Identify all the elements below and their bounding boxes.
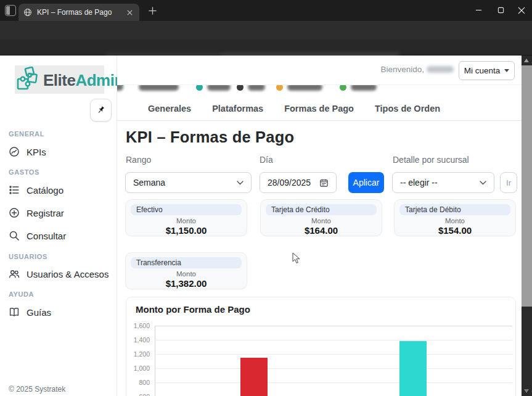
pushpin-icon xyxy=(94,104,107,117)
kpi-card-efectivo: Efectivo Monto $1,150.00 xyxy=(125,199,247,236)
card-value: $164.00 xyxy=(261,225,382,236)
book-icon xyxy=(9,307,20,318)
chart-gridline xyxy=(155,340,512,340)
dia-date-input[interactable]: 28/09/2025 xyxy=(260,172,337,193)
puzzle-logo-icon xyxy=(16,67,42,94)
tab-close-icon[interactable] xyxy=(125,7,134,17)
card-metric-label: Monto xyxy=(395,217,515,225)
sidebar-section-usuarios: USUARIOS xyxy=(9,253,47,260)
sidebar-item-label: Registrar xyxy=(27,208,64,218)
sidebar-item-label: KPIs xyxy=(27,147,46,157)
kpi-card-tarjeta-credito: Tarjeta de Crédito Monto $164.00 xyxy=(260,199,382,236)
minimize-button[interactable] xyxy=(467,0,489,20)
card-value: $154.00 xyxy=(395,225,515,236)
ir-button[interactable]: Ir xyxy=(500,172,517,193)
scrollbar-thumb[interactable] xyxy=(522,65,532,307)
rango-select[interactable]: Semana xyxy=(125,172,252,193)
chart-y-tick-label: 800 xyxy=(126,379,150,386)
my-account-label: Mi cuenta xyxy=(464,66,501,75)
chart-bar-efectivo xyxy=(240,358,268,396)
card-value: $1,382.00 xyxy=(126,278,247,289)
plus-circle-icon xyxy=(9,207,20,218)
card-title: Transferencia xyxy=(131,257,242,268)
new-tab-button[interactable] xyxy=(148,6,158,16)
browser-toolbar: https://eliteadmin.mx/portal/kpiFormasPa… xyxy=(0,21,532,39)
card-title: Tarjeta de Crédito xyxy=(266,204,377,215)
sidebar-item-label: Consultar xyxy=(27,231,66,241)
chevron-down-icon xyxy=(480,181,486,185)
sidebar-item-label: Catálogo xyxy=(27,185,63,196)
chevron-down-icon xyxy=(504,69,509,72)
sucursal-value: -- elegir -- xyxy=(400,178,480,188)
chart-y-tick-label: 600 xyxy=(126,393,150,396)
chart-gridline xyxy=(155,326,512,326)
list-icon xyxy=(9,184,20,196)
sidebar-section-ayuda: AYUDA xyxy=(9,291,34,298)
rango-value: Semana xyxy=(133,178,237,188)
tab-tipos-de-orden[interactable]: Tipos de Orden xyxy=(375,104,440,113)
card-metric-label: Monto xyxy=(126,217,247,225)
card-value: $1,150.00 xyxy=(126,225,247,236)
sidebar-item-consultar[interactable]: Consultar xyxy=(9,228,113,243)
sucursal-label: Detalle por sucursal xyxy=(393,155,469,165)
sidebar-section-gastos: GASTOS xyxy=(9,168,39,176)
page-title: KPI – Formas de Pago xyxy=(126,128,294,146)
users-icon xyxy=(9,268,20,279)
gauge-icon xyxy=(9,146,20,157)
chart-gridline xyxy=(155,382,512,383)
redacted-username xyxy=(427,66,454,73)
page-scrollbar[interactable] xyxy=(522,56,532,396)
app-sidebar: EliteAdmin GENERAL KPIs GASTOS Catálogo … xyxy=(0,56,117,396)
kpi-card-tarjeta-debito: Tarjeta de Débito Monto $154.00 xyxy=(394,199,516,236)
mouse-cursor xyxy=(292,252,300,264)
aplicar-button[interactable]: Aplicar xyxy=(348,172,384,193)
sidebar-item-guias[interactable]: Guías xyxy=(9,305,113,320)
chart-title: Monto por Forma de Pago xyxy=(136,304,250,315)
app-logo[interactable]: EliteAdmin xyxy=(16,67,124,94)
pin-sidebar-button[interactable] xyxy=(90,99,112,122)
chart-y-axis-line xyxy=(155,326,155,396)
card-title: Tarjeta de Débito xyxy=(399,204,510,215)
browser-tab[interactable]: KPI – Formas de Pago xyxy=(18,4,139,21)
sidebar-item-usuarios-accesos[interactable]: Usuarios & Accesos xyxy=(9,266,113,281)
card-metric-label: Monto xyxy=(126,270,247,278)
chart-bar-transferencia xyxy=(399,341,427,396)
chart-y-tick-label: 1,600 xyxy=(126,322,150,329)
browser-titlebar: KPI – Formas de Pago xyxy=(0,0,532,21)
calendar-icon[interactable] xyxy=(319,178,329,188)
sidebar-item-label: Usuarios & Accesos xyxy=(27,269,108,279)
tab-actions-icon[interactable] xyxy=(5,5,16,16)
sidebar-item-catalogo[interactable]: Catálogo xyxy=(9,183,113,197)
chart-gridline xyxy=(155,368,512,369)
dia-value: 28/09/2025 xyxy=(268,178,319,188)
globe-icon xyxy=(23,8,32,17)
copyright-text: © 2025 Systratek xyxy=(9,385,65,394)
kpi-card-transferencia: Transferencia Monto $1,382.00 xyxy=(125,252,247,289)
sidebar-item-kpis[interactable]: KPIs xyxy=(9,144,113,159)
logo-text: EliteAdmin xyxy=(43,71,124,90)
sidebar-item-registrar[interactable]: Registrar xyxy=(9,205,113,220)
dia-label: Día xyxy=(260,155,273,165)
card-title: Efectivo xyxy=(131,204,242,215)
scrollbar-up-icon[interactable] xyxy=(524,59,529,62)
tab-generales[interactable]: Generales xyxy=(148,104,191,113)
close-button[interactable] xyxy=(510,0,532,20)
welcome-text: Bienvenido, xyxy=(380,65,424,74)
kpi-tabs: Generales Plataformas Formas de Pago Tip… xyxy=(148,104,440,113)
chevron-down-icon xyxy=(237,181,243,185)
chart-y-tick-label: 1,400 xyxy=(126,336,150,344)
my-account-button[interactable]: Mi cuenta xyxy=(459,61,515,80)
chart-card: Monto por Forma de Pago 1,6001,4001,2001… xyxy=(126,297,516,396)
chart-y-tick-label: 1,200 xyxy=(126,350,150,358)
scrollbar-down-icon[interactable] xyxy=(524,389,529,393)
sidebar-item-label: Guías xyxy=(27,307,51,318)
maximize-button[interactable] xyxy=(489,0,512,20)
rango-label: Rango xyxy=(126,155,151,165)
chart-y-tick-label: 1,000 xyxy=(126,365,150,372)
tab-formas-de-pago[interactable]: Formas de Pago xyxy=(284,104,354,113)
chart-gridline xyxy=(155,354,512,355)
tab-plataformas[interactable]: Plataformas xyxy=(212,104,263,113)
sucursal-select[interactable]: -- elegir -- xyxy=(392,172,494,193)
browser-window: KPI – Formas de Pago https://eliteadmin.… xyxy=(0,0,532,396)
tab-title: KPI – Formas de Pago xyxy=(37,8,125,17)
